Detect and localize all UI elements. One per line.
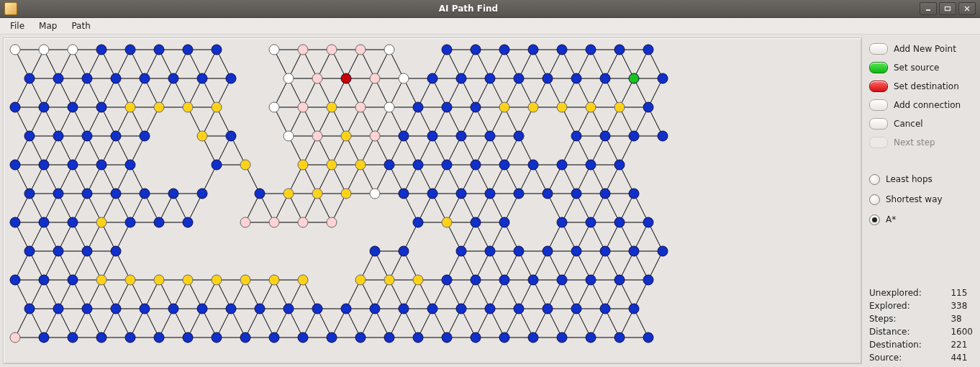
graph-node[interactable] bbox=[471, 102, 481, 112]
graph-node[interactable] bbox=[370, 304, 380, 314]
graph-node[interactable] bbox=[571, 131, 581, 141]
graph-node[interactable] bbox=[10, 160, 20, 170]
graph-node[interactable] bbox=[269, 102, 279, 112]
graph-node[interactable] bbox=[183, 102, 193, 112]
graph-node[interactable] bbox=[82, 304, 92, 314]
graph-node[interactable] bbox=[384, 160, 394, 170]
graph-node[interactable] bbox=[442, 332, 452, 343]
graph-node[interactable] bbox=[327, 102, 337, 112]
graph-node[interactable] bbox=[499, 45, 509, 55]
graph-node[interactable] bbox=[485, 189, 495, 199]
graph-node[interactable] bbox=[68, 160, 78, 170]
graph-node[interactable] bbox=[643, 102, 653, 112]
graph-node[interactable] bbox=[183, 217, 193, 227]
graph-node[interactable] bbox=[384, 102, 394, 112]
graph-node[interactable] bbox=[53, 131, 63, 141]
graph-node[interactable] bbox=[53, 246, 63, 256]
graph-node[interactable] bbox=[68, 332, 78, 343]
graph-node[interactable] bbox=[96, 332, 106, 343]
graph-node[interactable] bbox=[427, 73, 437, 83]
graph-node[interactable] bbox=[39, 102, 49, 112]
graph-node[interactable] bbox=[528, 332, 538, 343]
graph-node[interactable] bbox=[341, 304, 351, 314]
close-button[interactable] bbox=[958, 2, 976, 15]
graph-node[interactable] bbox=[39, 275, 49, 285]
graph-node[interactable] bbox=[341, 73, 351, 83]
graph-node[interactable] bbox=[614, 45, 625, 55]
graph-node[interactable] bbox=[499, 217, 509, 227]
graph-node[interactable] bbox=[586, 275, 596, 285]
graph-node[interactable] bbox=[168, 73, 178, 83]
graph-node[interactable] bbox=[312, 131, 322, 141]
graph-node[interactable] bbox=[96, 102, 106, 112]
graph-node[interactable] bbox=[485, 304, 495, 314]
graph-node[interactable] bbox=[68, 217, 78, 227]
graph-node[interactable] bbox=[557, 275, 567, 285]
graph-node[interactable] bbox=[427, 189, 437, 199]
graph-node[interactable] bbox=[514, 189, 524, 199]
graph-node[interactable] bbox=[514, 246, 524, 256]
graph-node[interactable] bbox=[341, 131, 351, 141]
graph-node[interactable] bbox=[442, 102, 452, 112]
graph-node[interactable] bbox=[341, 189, 351, 199]
graph-node[interactable] bbox=[24, 304, 35, 314]
graph-node[interactable] bbox=[384, 332, 394, 343]
graph-node[interactable] bbox=[600, 131, 610, 141]
graph-node[interactable] bbox=[557, 160, 567, 170]
graph-node[interactable] bbox=[614, 332, 625, 343]
graph-node[interactable] bbox=[499, 102, 509, 112]
graph-node[interactable] bbox=[240, 160, 250, 170]
graph-node[interactable] bbox=[24, 131, 35, 141]
graph-node[interactable] bbox=[298, 332, 308, 343]
graph-node[interactable] bbox=[283, 304, 294, 314]
graph-node[interactable] bbox=[629, 246, 639, 256]
graph-node[interactable] bbox=[643, 217, 653, 227]
graph-node[interactable] bbox=[600, 189, 610, 199]
graph-node[interactable] bbox=[298, 160, 308, 170]
radio-shortest-way[interactable]: Shortest way bbox=[869, 193, 973, 206]
sysmenu-icon[interactable] bbox=[4, 2, 17, 15]
graph-node[interactable] bbox=[212, 332, 222, 343]
graph-node[interactable] bbox=[355, 275, 366, 285]
graph-node[interactable] bbox=[543, 189, 553, 199]
graph-node[interactable] bbox=[571, 73, 581, 83]
graph-node[interactable] bbox=[298, 102, 308, 112]
graph-node[interactable] bbox=[471, 45, 481, 55]
graph-node[interactable] bbox=[111, 246, 121, 256]
graph-node[interactable] bbox=[514, 73, 524, 83]
graph-node[interactable] bbox=[154, 45, 164, 55]
graph-node[interactable] bbox=[125, 332, 135, 343]
graph-node[interactable] bbox=[154, 275, 164, 285]
graph-node[interactable] bbox=[427, 304, 437, 314]
graph-node[interactable] bbox=[370, 73, 380, 83]
minimize-button[interactable] bbox=[920, 2, 937, 15]
graph-node[interactable] bbox=[212, 160, 222, 170]
graph-node[interactable] bbox=[96, 275, 106, 285]
graph-node[interactable] bbox=[312, 189, 322, 199]
graph-node[interactable] bbox=[557, 332, 567, 343]
graph-node[interactable] bbox=[53, 189, 63, 199]
graph-node[interactable] bbox=[96, 160, 106, 170]
graph-node[interactable] bbox=[456, 131, 466, 141]
graph-node[interactable] bbox=[399, 131, 409, 141]
graph-node[interactable] bbox=[442, 275, 452, 285]
graph-node[interactable] bbox=[442, 45, 452, 55]
graph-node[interactable] bbox=[140, 189, 150, 199]
graph-node[interactable] bbox=[183, 332, 193, 343]
graph-node[interactable] bbox=[485, 73, 495, 83]
graph-node[interactable] bbox=[226, 73, 236, 83]
graph-node[interactable] bbox=[10, 332, 20, 343]
graph-node[interactable] bbox=[528, 275, 538, 285]
graph-node[interactable] bbox=[485, 131, 495, 141]
graph-node[interactable] bbox=[255, 189, 265, 199]
graph-node[interactable] bbox=[355, 45, 366, 55]
graph-node[interactable] bbox=[614, 102, 625, 112]
graph-node[interactable] bbox=[197, 189, 207, 199]
graph-node[interactable] bbox=[442, 217, 452, 227]
graph-node[interactable] bbox=[283, 73, 294, 83]
graph-node[interactable] bbox=[298, 45, 308, 55]
graph-node[interactable] bbox=[298, 217, 308, 227]
graph-node[interactable] bbox=[355, 160, 366, 170]
graph-node[interactable] bbox=[24, 189, 35, 199]
graph-node[interactable] bbox=[485, 246, 495, 256]
